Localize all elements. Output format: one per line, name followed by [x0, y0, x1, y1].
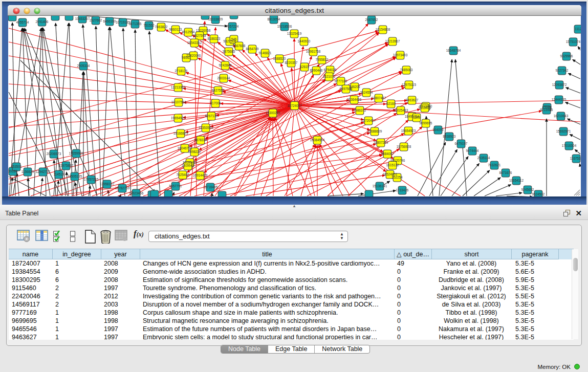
svg-text:8990448: 8990448 [310, 69, 323, 72]
svg-text:39159: 39159 [8, 169, 17, 173]
svg-text:10025483: 10025483 [394, 108, 408, 112]
svg-text:20206573: 20206573 [47, 152, 61, 156]
svg-text:17359928: 17359928 [69, 151, 84, 155]
svg-text:15692971: 15692971 [556, 129, 571, 133]
svg-text:8427552: 8427552 [212, 89, 225, 92]
svg-text:10961758: 10961758 [306, 50, 321, 53]
svg-text:252254: 252254 [391, 176, 403, 179]
svg-text:12093872: 12093872 [552, 83, 567, 86]
svg-text:3875685: 3875685 [223, 50, 235, 53]
svg-text:8813054: 8813054 [268, 17, 280, 21]
svg-text:8471676: 8471676 [499, 171, 512, 174]
svg-text:9329966: 9329966 [560, 54, 573, 58]
svg-text:10973493: 10973493 [393, 53, 408, 57]
svg-text:10653267: 10653267 [75, 17, 90, 20]
svg-text:2087652: 2087652 [365, 18, 378, 21]
svg-text:12505135: 12505135 [68, 174, 82, 178]
svg-text:17957255: 17957255 [84, 178, 99, 181]
svg-text:8215985: 8215985 [540, 108, 553, 112]
svg-text:9777109: 9777109 [335, 79, 347, 83]
svg-text:453501: 453501 [11, 165, 22, 168]
svg-text:1440910: 1440910 [298, 39, 311, 43]
svg-text:9699695: 9699695 [420, 121, 432, 125]
svg-text:15300295: 15300295 [266, 111, 280, 115]
svg-text:9474444: 9474444 [466, 149, 479, 152]
svg-text:3624554: 3624554 [360, 91, 373, 94]
svg-text:19654923: 19654923 [171, 116, 186, 120]
svg-text:1733426: 1733426 [396, 188, 409, 192]
svg-text:9524502: 9524502 [532, 192, 545, 196]
svg-text:12213967: 12213967 [385, 39, 400, 43]
svg-text:9245652: 9245652 [521, 188, 534, 191]
svg-text:15136141: 15136141 [373, 184, 387, 188]
svg-text:8186323: 8186323 [208, 37, 221, 40]
svg-text:546: 546 [231, 37, 237, 41]
svg-text:10654112: 10654112 [509, 179, 524, 182]
svg-text:4055714: 4055714 [16, 20, 29, 24]
svg-text:13325419: 13325419 [287, 32, 302, 35]
svg-text:10807487: 10807487 [372, 96, 386, 100]
svg-text:8267130: 8267130 [205, 114, 218, 118]
svg-text:20364436: 20364436 [347, 98, 362, 101]
svg-text:19218506: 19218506 [277, 25, 292, 28]
svg-text:16033809: 16033809 [208, 17, 223, 21]
svg-text:9227342: 9227342 [556, 69, 569, 72]
svg-text:1112: 1112 [575, 27, 581, 31]
svg-text:1621072: 1621072 [323, 75, 336, 78]
svg-text:1527602: 1527602 [90, 18, 102, 22]
svg-text:8912954: 8912954 [182, 30, 195, 34]
svg-text:16046756: 16046756 [178, 146, 192, 150]
svg-text:1615132: 1615132 [386, 163, 399, 167]
svg-text:2718176: 2718176 [175, 69, 188, 73]
svg-text:8454749: 8454749 [246, 47, 259, 51]
svg-text:9242848: 9242848 [219, 63, 232, 67]
svg-text:6479197: 6479197 [455, 142, 468, 145]
svg-text:15720407: 15720407 [361, 119, 376, 122]
svg-text:8938923: 8938923 [443, 135, 456, 138]
svg-text:1156829: 1156829 [21, 170, 34, 173]
svg-text:16914479: 16914479 [193, 173, 208, 177]
svg-text:13958107: 13958107 [100, 182, 115, 186]
svg-text:746206: 746206 [349, 85, 360, 89]
svg-text:751552: 751552 [143, 24, 155, 27]
svg-text:19654923: 19654923 [401, 129, 416, 133]
svg-text:23975887: 23975887 [59, 164, 74, 167]
svg-text:6466160: 6466160 [103, 19, 116, 23]
svg-text:8220357: 8220357 [285, 61, 298, 64]
svg-text:10688609: 10688609 [367, 129, 382, 133]
svg-text:7463822: 7463822 [155, 25, 168, 29]
svg-text:2905334: 2905334 [77, 64, 90, 68]
svg-text:19716485: 19716485 [203, 185, 218, 189]
svg-text:62160: 62160 [386, 102, 396, 105]
svg-text:10719185: 10719185 [116, 20, 130, 24]
svg-text:12975115: 12975115 [402, 83, 416, 86]
svg-text:2867608: 2867608 [233, 44, 246, 48]
svg-text:9457791: 9457791 [169, 184, 182, 188]
svg-text:7357224: 7357224 [226, 25, 239, 28]
svg-text:9463627: 9463627 [406, 98, 419, 102]
svg-text:16543362: 16543362 [187, 41, 202, 45]
svg-text:1849: 1849 [413, 116, 421, 119]
svg-text:2091406: 2091406 [36, 20, 49, 24]
svg-text:9327503: 9327503 [193, 34, 206, 37]
svg-text:7986372: 7986372 [354, 108, 366, 112]
svg-text:13226058: 13226058 [196, 29, 211, 32]
svg-text:16154808: 16154808 [376, 28, 390, 31]
svg-text:62615: 62615 [300, 65, 309, 69]
svg-text:9113400: 9113400 [419, 106, 431, 110]
svg-text:7625402: 7625402 [177, 173, 189, 177]
svg-text:7485063: 7485063 [400, 68, 413, 72]
svg-text:6794028: 6794028 [324, 68, 337, 72]
svg-text:12942737: 12942737 [36, 170, 51, 173]
svg-text:10107554: 10107554 [171, 100, 186, 104]
svg-text:2803144: 2803144 [217, 76, 230, 80]
svg-text:17016504: 17016504 [562, 144, 577, 147]
svg-text:12923466: 12923466 [129, 191, 144, 195]
svg-text:7955812: 7955812 [316, 58, 329, 61]
svg-text:9860123: 9860123 [169, 28, 182, 31]
svg-text:2935114: 2935114 [477, 156, 490, 160]
svg-text:114519: 114519 [54, 172, 64, 176]
svg-text:19756928: 19756928 [397, 145, 411, 148]
svg-text:18807249: 18807249 [374, 141, 388, 144]
svg-text:15751074: 15751074 [566, 40, 581, 43]
